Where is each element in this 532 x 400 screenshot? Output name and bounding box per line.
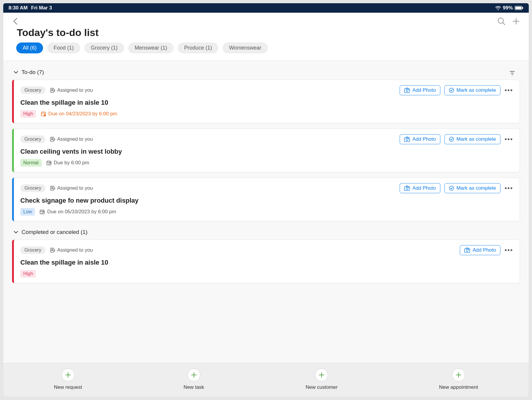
bottom-action-label: New task <box>184 384 204 390</box>
person-icon <box>50 248 55 253</box>
svg-point-35 <box>449 186 454 191</box>
more-icon[interactable]: ••• <box>505 135 513 143</box>
svg-rect-1 <box>515 7 521 9</box>
chevron-down-icon <box>13 229 19 235</box>
bottom-bar: New requestNew taskNew customerNew appoi… <box>3 363 529 397</box>
category-chip: Grocery <box>20 184 45 192</box>
category-chip: Grocery <box>20 246 45 254</box>
svg-point-33 <box>406 188 408 190</box>
plus-circle-icon <box>62 368 75 381</box>
bottom-action[interactable]: New appointment <box>439 368 478 390</box>
app-header: Today's to-do list All (6)Food (1)Grocer… <box>3 13 529 61</box>
filter-pill[interactable]: Grocery (1) <box>84 42 124 53</box>
section-todo-header[interactable]: To-do (7) <box>9 67 44 80</box>
person-icon <box>50 186 55 191</box>
check-circle-icon <box>449 186 454 191</box>
assigned-label: Assigned to you <box>50 136 93 142</box>
bottom-action-label: New customer <box>306 384 338 390</box>
priority-badge: High <box>20 270 36 278</box>
plus-circle-icon <box>187 368 200 381</box>
mark-complete-button[interactable]: Mark as complete <box>444 183 500 193</box>
add-photo-button[interactable]: Add Photo <box>400 134 440 144</box>
filter-pill[interactable]: All (6) <box>16 42 43 53</box>
svg-point-43 <box>468 249 469 250</box>
filter-pill[interactable]: Womenswear <box>223 42 268 53</box>
due-label: Due by 6:00 pm <box>46 160 89 166</box>
page-title: Today's to-do list <box>17 27 521 38</box>
due-label: Due on 05/10/2023 by 6:00 pm <box>39 209 116 215</box>
svg-point-25 <box>408 138 409 139</box>
priority-badge: Low <box>20 208 35 216</box>
more-icon[interactable]: ••• <box>505 86 513 94</box>
battery-icon <box>515 6 523 10</box>
svg-point-20 <box>44 114 46 117</box>
add-photo-button[interactable]: Add Photo <box>460 245 500 255</box>
task-card[interactable]: GroceryAssigned to youAdd PhotoMark as c… <box>12 178 520 221</box>
camera-icon <box>404 88 410 93</box>
svg-point-15 <box>449 88 454 93</box>
due-label: Due on 04/23/2023 by 6:00 pm <box>41 111 117 117</box>
status-time: 8:30 AM <box>9 5 28 11</box>
camera-icon <box>404 137 410 142</box>
filter-icon[interactable] <box>509 71 515 76</box>
bottom-action[interactable]: New customer <box>306 368 338 390</box>
svg-point-40 <box>52 249 53 250</box>
add-photo-button[interactable]: Add Photo <box>400 85 440 95</box>
person-icon <box>50 88 55 93</box>
filter-pill[interactable]: Menswear (1) <box>128 42 174 53</box>
calendar-icon <box>46 160 52 165</box>
camera-icon <box>404 186 410 191</box>
check-circle-icon <box>449 88 454 93</box>
plus-circle-icon <box>452 368 465 381</box>
task-card[interactable]: GroceryAssigned to youAdd Photo•••Clean … <box>12 240 520 283</box>
svg-point-26 <box>449 137 454 142</box>
priority-badge: High <box>20 110 36 118</box>
svg-point-31 <box>52 187 53 188</box>
more-icon[interactable]: ••• <box>505 184 513 192</box>
assigned-label: Assigned to you <box>50 247 93 253</box>
search-icon[interactable] <box>497 17 506 26</box>
section-completed-header[interactable]: Completed or canceled (1) <box>9 227 523 240</box>
mark-complete-button[interactable]: Mark as complete <box>444 134 500 144</box>
filter-pill[interactable]: Produce (1) <box>178 42 218 53</box>
svg-point-42 <box>466 250 468 252</box>
more-icon[interactable]: ••• <box>505 246 513 254</box>
section-completed-label: Completed or canceled (1) <box>22 229 88 235</box>
task-card[interactable]: GroceryAssigned to youAdd PhotoMark as c… <box>12 80 520 123</box>
wifi-icon <box>495 6 501 10</box>
svg-point-34 <box>408 187 409 188</box>
check-circle-icon <box>449 137 454 142</box>
add-photo-button[interactable]: Add Photo <box>400 183 440 193</box>
task-card[interactable]: GroceryAssigned to youAdd PhotoMark as c… <box>12 129 520 172</box>
back-button[interactable] <box>11 17 20 25</box>
bottom-action-label: New appointment <box>439 384 478 390</box>
camera-icon <box>464 247 470 253</box>
bottom-action[interactable]: New task <box>184 368 204 390</box>
filter-row: All (6)Food (1)Grocery (1)Menswear (1)Pr… <box>11 42 521 58</box>
svg-rect-2 <box>522 7 523 9</box>
task-title: Check signage fo new product display <box>20 197 513 204</box>
svg-line-4 <box>503 23 505 25</box>
status-date: Fri Mar 3 <box>31 5 52 11</box>
svg-point-14 <box>408 89 409 90</box>
priority-badge: Normal <box>20 159 42 167</box>
person-icon <box>50 137 55 142</box>
svg-point-22 <box>52 138 53 139</box>
add-icon[interactable] <box>512 17 521 26</box>
category-chip: Grocery <box>20 135 45 143</box>
section-todo-label: To-do (7) <box>22 69 44 76</box>
bottom-action[interactable]: New request <box>54 368 82 390</box>
task-title: Clean the spillage in aisle 10 <box>20 99 513 106</box>
bottom-action-label: New request <box>54 384 82 390</box>
calendar-icon <box>39 209 45 214</box>
status-battery: 99% <box>503 5 513 11</box>
svg-point-13 <box>406 90 408 92</box>
svg-point-11 <box>52 89 53 90</box>
mark-complete-button[interactable]: Mark as complete <box>444 85 500 95</box>
category-chip: Grocery <box>20 86 45 94</box>
assigned-label: Assigned to you <box>50 87 93 93</box>
status-bar: 8:30 AM Fri Mar 3 99% <box>3 3 529 13</box>
chevron-down-icon <box>13 70 19 75</box>
assigned-label: Assigned to you <box>50 185 93 191</box>
filter-pill[interactable]: Food (1) <box>47 42 80 53</box>
